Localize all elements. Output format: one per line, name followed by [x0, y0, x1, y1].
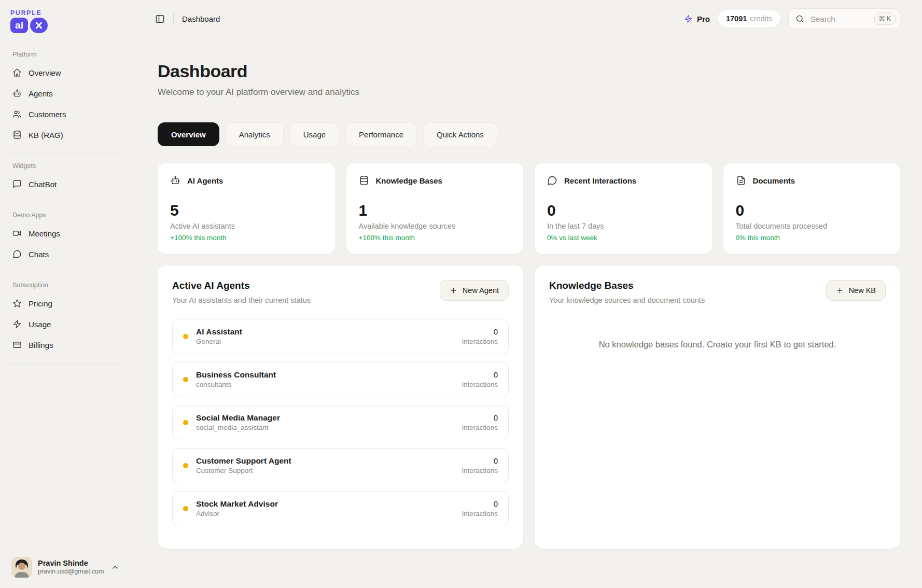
sidebar-item-chatbot[interactable]: ChatBot	[7, 174, 123, 194]
zap-icon	[12, 319, 22, 329]
sidebar-divider	[9, 153, 121, 154]
new-kb-button[interactable]: New KB	[826, 280, 886, 301]
sidebar-toggle-icon[interactable]	[155, 14, 165, 24]
stat-delta: 0% vs last week	[547, 234, 700, 242]
credit-card-icon	[12, 340, 22, 349]
plus-icon	[450, 287, 457, 295]
star-icon	[12, 299, 22, 308]
sidebar-item-label: Agents	[29, 89, 53, 98]
credits-badge: 17091 credits	[718, 10, 780, 27]
kb-panel-subtitle: Your knowledge sources and document coun…	[549, 296, 705, 304]
search-box[interactable]: ⌘ K	[788, 8, 900, 29]
section-label-demo-apps: Demo Apps	[12, 212, 118, 219]
tab-quick-actions[interactable]: Quick Actions	[423, 122, 497, 146]
agent-count-label: interactions	[462, 509, 498, 519]
search-icon	[795, 15, 804, 23]
tab-bar: Overview Analytics Usage Performance Qui…	[158, 122, 900, 146]
knowledge-bases-panel: Knowledge Bases Your knowledge sources a…	[535, 265, 900, 549]
tab-usage[interactable]: Usage	[290, 122, 339, 146]
agent-name: Social Media Manager	[196, 413, 280, 423]
section-label-widgets: Widgets	[12, 162, 118, 170]
agent-category: social_media_assistant	[196, 424, 280, 432]
agent-category: Customer Support	[196, 467, 291, 475]
logo-x-icon	[30, 18, 48, 33]
zap-icon	[684, 15, 693, 23]
sidebar-item-label: Billings	[29, 341, 53, 349]
topbar: Dashboard Pro 17091 credits ⌘ K	[131, 0, 922, 37]
section-label-platform: Platform	[12, 51, 118, 58]
stat-value: 0	[547, 202, 700, 219]
agent-category: General	[196, 338, 242, 346]
bot-icon	[170, 175, 180, 186]
new-agent-button[interactable]: New Agent	[440, 280, 509, 301]
sidebar-divider	[9, 363, 121, 364]
sidebar-item-label: Usage	[29, 320, 51, 329]
agent-name: AI Assistant	[196, 327, 242, 337]
agent-row-business-consultant[interactable]: Business Consultant consultants 0 intera…	[172, 362, 509, 397]
avatar	[11, 557, 32, 578]
active-agents-panel: Active AI Agents Your AI assistants and …	[158, 265, 523, 549]
agent-count: 0	[462, 370, 498, 380]
agent-name: Stock Market Advisor	[196, 499, 278, 509]
agent-count: 0	[462, 413, 498, 423]
sidebar-item-pricing[interactable]: Pricing	[7, 293, 123, 314]
agent-count-label: interactions	[462, 380, 498, 389]
stat-title: Knowledge Bases	[376, 176, 442, 185]
file-text-icon	[736, 175, 746, 186]
tab-overview[interactable]: Overview	[158, 122, 219, 146]
agent-row-stock-market-advisor[interactable]: Stock Market Advisor Advisor 0 interacti…	[172, 491, 509, 526]
page-content: Dashboard Welcome to your AI platform ov…	[131, 37, 922, 549]
sidebar-item-agents[interactable]: Agents	[7, 83, 123, 104]
stat-caption: Total documents processed	[736, 222, 888, 230]
stat-title: AI Agents	[187, 176, 223, 185]
agent-count: 0	[462, 499, 498, 509]
sidebar: PURPLE ai Platform Overview Agents	[0, 0, 131, 588]
sidebar-divider	[9, 203, 121, 203]
agent-row-social-media-manager[interactable]: Social Media Manager social_media_assist…	[172, 405, 509, 440]
agents-panel-title: Active AI Agents	[172, 280, 311, 291]
agent-category: Advisor	[196, 510, 278, 519]
status-dot	[183, 463, 188, 468]
agent-count: 0	[462, 327, 498, 337]
agent-count-label: interactions	[462, 337, 498, 346]
database-icon	[359, 175, 369, 186]
brand-logo: PURPLE ai	[7, 9, 123, 33]
agent-row-ai-assistant[interactable]: AI Assistant General 0 interactions	[172, 319, 509, 354]
agent-category: consultants	[196, 381, 276, 389]
sidebar-item-chats[interactable]: Chats	[7, 244, 123, 264]
stat-card-ai-agents: AI Agents 5 Active AI assistants +100% t…	[158, 163, 335, 254]
sidebar-item-label: Overview	[29, 68, 61, 77]
sidebar-item-label: Pricing	[29, 299, 52, 308]
tab-performance[interactable]: Performance	[345, 122, 417, 146]
kb-empty-state: No knowledge bases found. Create your fi…	[549, 340, 886, 349]
sidebar-item-kb-rag[interactable]: KB (RAG)	[7, 124, 123, 145]
user-profile-menu[interactable]: Pravin Shinde pravin.uxd@gmail.com	[7, 550, 123, 588]
users-icon	[12, 109, 22, 119]
stat-card-documents: Documents 0 Total documents processed 0%…	[723, 163, 901, 254]
plan-label: Pro	[697, 15, 710, 23]
sidebar-item-customers[interactable]: Customers	[7, 104, 123, 124]
stat-delta: +100% this month	[359, 234, 511, 242]
sidebar-item-label: Customers	[29, 110, 66, 119]
agent-row-customer-support-agent[interactable]: Customer Support Agent Customer Support …	[172, 448, 509, 483]
agent-name: Customer Support Agent	[196, 456, 291, 466]
topbar-divider	[173, 13, 174, 24]
sidebar-item-billings[interactable]: Billings	[7, 334, 123, 355]
logo-ai-badge: ai	[10, 18, 28, 33]
section-label-subscription: Subscription	[12, 282, 118, 289]
tab-analytics[interactable]: Analytics	[226, 122, 284, 146]
stat-caption: In the last 7 days	[547, 222, 700, 230]
status-dot	[183, 506, 188, 511]
agent-list: AI Assistant General 0 interactions Busi…	[172, 319, 509, 526]
sidebar-item-usage[interactable]: Usage	[7, 314, 123, 334]
brand-wordmark: PURPLE	[10, 9, 120, 17]
bot-icon	[12, 89, 22, 98]
sidebar-item-overview[interactable]: Overview	[7, 62, 123, 83]
stat-title: Recent Interactions	[564, 176, 636, 185]
search-input[interactable]	[809, 14, 869, 24]
plus-icon	[836, 287, 844, 295]
sidebar-item-meetings[interactable]: Meetings	[7, 223, 123, 244]
message-square-icon	[12, 179, 22, 189]
status-dot	[183, 334, 188, 339]
sidebar-item-label: ChatBot	[29, 180, 57, 189]
